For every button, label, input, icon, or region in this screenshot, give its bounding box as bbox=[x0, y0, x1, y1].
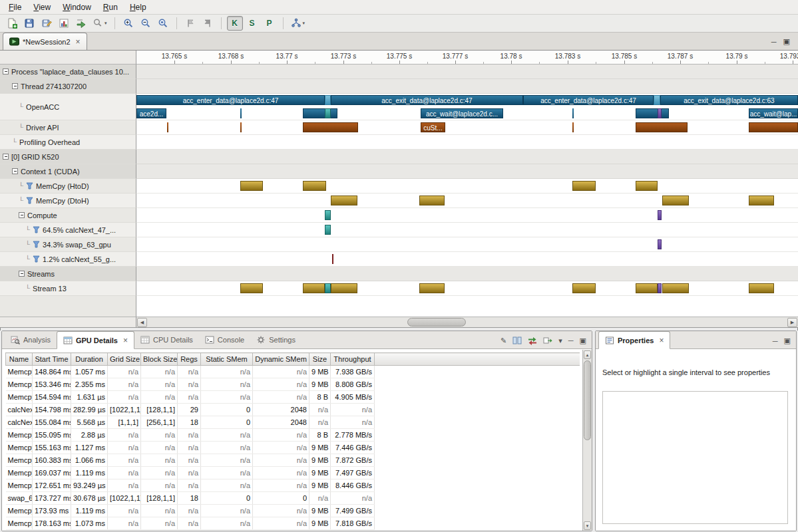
timeline-interval[interactable] bbox=[658, 108, 662, 118]
collapse-toggle-icon[interactable] bbox=[12, 168, 18, 174]
filter-funnel-icon[interactable] bbox=[26, 182, 33, 190]
collapse-toggle-icon[interactable] bbox=[3, 68, 9, 74]
scroll-right-icon[interactable]: ▶ bbox=[787, 318, 797, 327]
kernel-calcnext47-row-label[interactable]: └64.5% calcNext_47_... bbox=[0, 223, 136, 237]
table-row[interactable]: Memcpy178.163 ms1.073 msn/an/an/an/an/a9… bbox=[6, 517, 580, 530]
close-icon[interactable]: × bbox=[76, 37, 81, 47]
table-row[interactable]: Memcpy148.864 ms1.057 msn/an/an/an/an/a9… bbox=[6, 366, 580, 378]
timeline-interval[interactable] bbox=[749, 196, 774, 205]
memcpy-dtoh-row-label[interactable]: └MemCpy (DtoH) bbox=[0, 194, 136, 208]
new-session-button[interactable] bbox=[4, 16, 20, 31]
table-row[interactable]: Memcpy153.346 ms2.355 msn/an/an/an/an/a9… bbox=[6, 378, 580, 391]
process-timeline-toggle[interactable]: P bbox=[262, 16, 278, 31]
profiling-overhead-row-label[interactable]: └Profiling Overhead bbox=[0, 135, 136, 150]
scrollbar-thumb[interactable] bbox=[584, 360, 591, 440]
menu-help[interactable]: Help bbox=[124, 1, 152, 14]
table-row[interactable]: Memcpy172.651 ms93.249 µsn/an/an/an/an/a… bbox=[6, 479, 580, 492]
minimize-icon[interactable]: ─ bbox=[568, 336, 574, 344]
timeline-interval[interactable] bbox=[240, 283, 263, 293]
close-icon[interactable]: × bbox=[123, 336, 128, 345]
zoom-out-button[interactable] bbox=[138, 16, 154, 31]
timeline-interval[interactable] bbox=[636, 122, 688, 132]
menu-run[interactable]: Run bbox=[97, 1, 124, 14]
timeline-interval[interactable] bbox=[325, 95, 331, 105]
collapse-toggle-icon[interactable] bbox=[3, 154, 9, 160]
chart-button[interactable] bbox=[56, 16, 72, 31]
timeline-interval[interactable]: acc_wait@lap... bbox=[749, 108, 798, 118]
table-row[interactable]: Memcpy155.163 ms1.127 msn/an/an/an/an/a9… bbox=[6, 442, 580, 454]
timeline-interval[interactable] bbox=[658, 283, 662, 293]
timeline-interval[interactable]: acc_exit_data@laplace2d.c:47 bbox=[331, 95, 523, 105]
tab-settings[interactable]: Settings bbox=[250, 331, 301, 348]
column-header-start-time[interactable]: Start Time bbox=[33, 353, 71, 366]
timeline-interval[interactable] bbox=[572, 108, 574, 118]
timeline-interval[interactable] bbox=[749, 122, 798, 132]
timeline-interval[interactable] bbox=[167, 122, 168, 132]
tab-console[interactable]: Console bbox=[199, 331, 250, 348]
timeline-interval[interactable] bbox=[331, 283, 357, 293]
context-row-label[interactable]: Context 1 (CUDA) bbox=[0, 164, 136, 179]
close-icon[interactable]: × bbox=[659, 336, 664, 345]
menu-file[interactable]: File bbox=[3, 1, 27, 14]
timeline-horizontal-scrollbar[interactable]: ◀ ▶ bbox=[136, 317, 798, 327]
kernel-swap63-row-label[interactable]: └34.3% swap_63_gpu bbox=[0, 237, 136, 252]
maximize-icon[interactable]: ▣ bbox=[580, 336, 586, 345]
kernel-timeline-toggle[interactable]: K bbox=[227, 16, 243, 31]
column-header-name[interactable]: Name bbox=[6, 353, 33, 366]
column-header-grid-size[interactable]: Grid Size bbox=[108, 353, 141, 366]
process-row-label[interactable]: Process "laplace_data_clauses 10... bbox=[0, 65, 136, 79]
search-menu-button[interactable]: ▾ bbox=[91, 16, 109, 31]
timeline-interval[interactable] bbox=[572, 181, 596, 191]
timeline-interval[interactable]: acc_wait@laplace2d.c... bbox=[421, 108, 503, 118]
timeline-interval[interactable] bbox=[325, 108, 331, 118]
timeline-interval[interactable] bbox=[662, 196, 689, 205]
timeline-interval[interactable] bbox=[654, 95, 660, 105]
filter-funnel-icon[interactable] bbox=[33, 255, 40, 263]
zoom-in-button[interactable] bbox=[120, 16, 136, 31]
timeline-interval[interactable] bbox=[636, 283, 658, 293]
maximize-icon[interactable]: ▣ bbox=[784, 336, 791, 345]
tab-newsession2[interactable]: *NewSession2 × bbox=[3, 33, 87, 50]
timeline-interval[interactable] bbox=[658, 239, 662, 249]
streams-row-label[interactable]: Streams bbox=[0, 267, 136, 281]
column-header-size[interactable]: Size bbox=[309, 353, 331, 366]
stream-13-row-label[interactable]: └Stream 13 bbox=[0, 281, 136, 296]
scroll-down-icon[interactable]: ▼ bbox=[584, 521, 591, 530]
tab-cpu-details[interactable]: CPU Details bbox=[134, 331, 199, 348]
timeline-interval[interactable] bbox=[636, 181, 658, 191]
save-button[interactable] bbox=[21, 16, 37, 31]
timeline-interval[interactable] bbox=[303, 122, 358, 132]
timeline-interval[interactable] bbox=[572, 283, 596, 293]
timeline-interval[interactable] bbox=[325, 283, 331, 293]
timeline-interval[interactable]: acc_enter_data@laplace2d.c:47 bbox=[523, 95, 654, 105]
table-row[interactable]: Memcpy173.93 ms1.119 msn/an/an/an/an/a9 … bbox=[6, 505, 580, 517]
export-table-icon[interactable] bbox=[543, 336, 552, 345]
menu-window[interactable]: Window bbox=[57, 1, 97, 14]
zoom-fit-button[interactable] bbox=[155, 16, 171, 31]
analysis-button[interactable]: ▾ bbox=[289, 16, 307, 31]
table-row[interactable]: Memcpy160.383 ms1.066 msn/an/an/an/an/a9… bbox=[6, 454, 580, 467]
timeline-interval[interactable] bbox=[331, 196, 357, 205]
compute-row-label[interactable]: Compute bbox=[0, 208, 136, 223]
collapse-toggle-icon[interactable] bbox=[19, 271, 25, 277]
timeline-interval[interactable] bbox=[303, 181, 326, 191]
table-vertical-scrollbar[interactable]: ▲ ▼ bbox=[582, 350, 592, 531]
timeline-interval[interactable] bbox=[325, 225, 331, 235]
kernel-calcnext55-row-label[interactable]: └1.2% calcNext_55_g... bbox=[0, 252, 136, 267]
thread-row-label[interactable]: Thread 2741307200 bbox=[0, 79, 136, 94]
timeline-interval[interactable] bbox=[572, 122, 574, 132]
column-header-block-size[interactable]: Block Size bbox=[141, 353, 178, 366]
openacc-row-label[interactable]: └OpenACC bbox=[0, 94, 136, 120]
table-row[interactable]: calcNext154.798 ms282.99 µs[1022,1,1][12… bbox=[6, 404, 580, 416]
column-header-static-smem[interactable]: Static SMem bbox=[201, 353, 253, 366]
table-row[interactable]: Memcpy154.594 ms1.631 µsn/an/an/an/an/a8… bbox=[6, 391, 580, 404]
column-header-throughput[interactable]: Throughput bbox=[331, 353, 375, 366]
collapse-toggle-icon[interactable] bbox=[19, 212, 25, 218]
timeline-interval[interactable] bbox=[303, 108, 337, 118]
table-row[interactable]: calcNext155.084 ms5.568 µs[1,1,1][256,1,… bbox=[6, 416, 580, 429]
maximize-icon[interactable]: ▣ bbox=[783, 37, 790, 46]
save-as-button[interactable] bbox=[39, 16, 55, 31]
timeline-interval[interactable] bbox=[240, 108, 242, 118]
timeline-interval[interactable]: ace2d... bbox=[136, 108, 166, 118]
column-header-duration[interactable]: Duration bbox=[71, 353, 108, 366]
